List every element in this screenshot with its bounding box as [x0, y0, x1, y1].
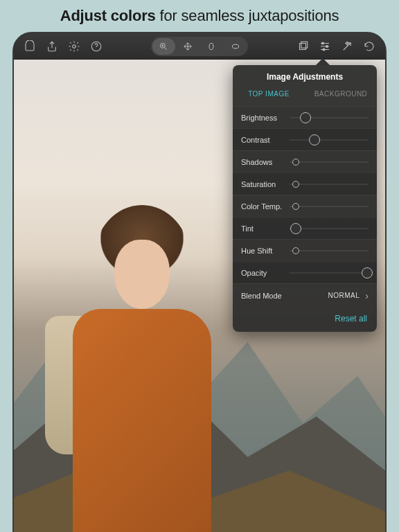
slider-hueshift[interactable] — [290, 250, 369, 251]
svg-point-9 — [323, 48, 325, 51]
label-brightness: Brightness — [241, 114, 290, 122]
zoom-tool[interactable] — [152, 38, 175, 55]
rotate-tool[interactable] — [200, 38, 223, 55]
panel-tabs: TOP IMAGE BACKGROUND — [233, 87, 377, 106]
layers-icon[interactable] — [294, 37, 312, 55]
svg-rect-5 — [300, 43, 306, 49]
row-contrast: Contrast — [233, 128, 377, 150]
scale-tool[interactable] — [224, 38, 247, 55]
slider-contrast[interactable] — [290, 139, 369, 141]
popover-pointer — [316, 58, 330, 65]
share-icon[interactable] — [43, 37, 61, 55]
magic-icon[interactable] — [338, 37, 356, 55]
row-colortemp: Color Temp. — [233, 195, 377, 217]
marketing-headline: Adjust colors for seamless juxtaposition… — [0, 0, 399, 30]
label-shadows: Shadows — [241, 158, 290, 166]
tab-background[interactable]: BACKGROUND — [305, 87, 377, 100]
svg-rect-6 — [301, 42, 308, 48]
svg-point-4 — [232, 44, 238, 48]
label-blend-mode: Blend Mode — [241, 292, 328, 300]
tab-top-image[interactable]: TOP IMAGE — [233, 87, 305, 100]
help-icon[interactable] — [87, 37, 105, 55]
gear-icon[interactable] — [65, 37, 83, 55]
slider-colortemp[interactable] — [290, 206, 369, 207]
chevron-right-icon: › — [365, 290, 369, 301]
headline-bold: Adjust colors — [60, 7, 156, 24]
undo-icon[interactable] — [360, 37, 378, 55]
svg-point-8 — [326, 45, 328, 47]
label-contrast: Contrast — [241, 136, 290, 144]
row-brightness: Brightness — [233, 106, 377, 128]
transform-tools — [151, 37, 248, 56]
slider-tint[interactable] — [290, 228, 369, 229]
value-blend-mode: NORMAL — [328, 292, 360, 299]
library-icon[interactable] — [21, 37, 39, 55]
slider-shadows[interactable] — [290, 161, 369, 163]
image-adjustments-panel: Image Adjustments TOP IMAGE BACKGROUND B… — [233, 65, 377, 332]
panel-title: Image Adjustments — [233, 65, 377, 87]
label-opacity: Opacity — [241, 269, 290, 277]
headline-rest: for seamless juxtapositions — [156, 7, 339, 24]
row-saturation: Saturation — [233, 172, 377, 195]
label-saturation: Saturation — [241, 180, 290, 188]
row-opacity: Opacity — [233, 261, 377, 283]
svg-point-0 — [73, 44, 76, 48]
label-hueshift: Hue Shift — [241, 247, 290, 255]
label-colortemp: Color Temp. — [241, 202, 290, 211]
canvas-foreground-subject — [31, 191, 211, 532]
move-tool[interactable] — [177, 38, 200, 55]
slider-opacity[interactable] — [290, 272, 369, 274]
row-shadows: Shadows — [233, 150, 377, 172]
app-toolbar — [14, 33, 385, 60]
row-hueshift: Hue Shift — [233, 239, 377, 261]
slider-saturation[interactable] — [290, 184, 369, 185]
label-tint: Tint — [241, 224, 290, 233]
svg-point-7 — [322, 42, 324, 44]
slider-brightness[interactable] — [290, 117, 369, 118]
row-blend-mode[interactable]: Blend Mode NORMAL › — [233, 283, 377, 307]
adjustments-icon[interactable] — [316, 37, 334, 55]
reset-all-button[interactable]: Reset all — [233, 307, 377, 332]
svg-point-3 — [209, 43, 213, 49]
row-tint: Tint — [233, 217, 377, 239]
tablet-frame: Image Adjustments TOP IMAGE BACKGROUND B… — [12, 32, 387, 532]
